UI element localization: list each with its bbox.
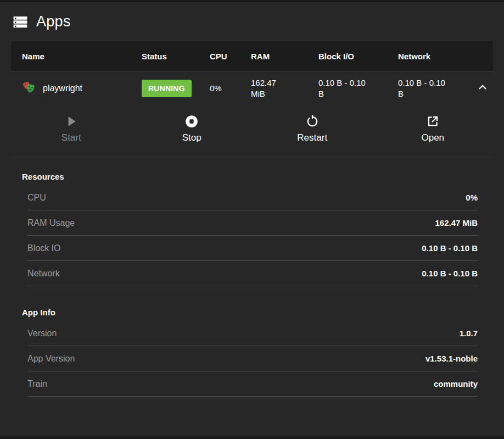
app-info-label: Version	[27, 329, 57, 338]
stop-button[interactable]: Stop	[132, 114, 253, 143]
resource-row-cpu: CPU 0%	[27, 185, 478, 210]
resource-label: RAM Usage	[27, 218, 75, 228]
app-info-row-app-version: App Version v1.53.1-noble	[27, 346, 478, 371]
column-header-cpu: CPU	[210, 52, 251, 61]
app-actions: Start Stop Restart	[11, 105, 493, 158]
play-icon	[64, 114, 79, 129]
resources-section: Resources CPU 0% RAM Usage 162.47 MiB Bl…	[0, 172, 504, 286]
open-button-label: Open	[421, 132, 444, 143]
resource-value: 0.10 B - 0.10 B	[422, 269, 478, 278]
stop-button-label: Stop	[182, 132, 201, 143]
page-title: Apps	[36, 13, 71, 30]
resource-value: 162.47 MiB	[435, 218, 478, 227]
top-edge	[0, 0, 504, 2]
app-ram-cell: 162.47 MiB	[251, 77, 285, 100]
section-divider	[12, 158, 492, 158]
column-header-blockio: Block I/O	[318, 52, 398, 61]
resource-label: CPU	[27, 193, 46, 203]
chevron-up-icon	[477, 86, 489, 95]
resource-row-ram: RAM Usage 162.47 MiB	[27, 210, 478, 236]
column-header-name: Name	[22, 52, 142, 61]
app-info-row-version: Version 1.0.7	[27, 321, 478, 346]
resource-value: 0.10 B - 0.10 B	[422, 243, 478, 253]
restart-button[interactable]: Restart	[252, 114, 373, 143]
open-in-new-icon	[425, 114, 440, 129]
start-button-label: Start	[61, 132, 81, 143]
app-info-row-train: Train community	[27, 371, 478, 397]
app-info-value: 1.0.7	[460, 329, 478, 338]
restart-icon	[305, 114, 320, 129]
column-header-ram: RAM	[251, 52, 318, 61]
collapse-row-button[interactable]	[477, 81, 496, 96]
stop-circle-icon	[184, 114, 199, 129]
open-button[interactable]: Open	[373, 114, 494, 143]
status-badge: RUNNING	[142, 80, 192, 98]
apps-table: Name Status CPU RAM Block I/O Network	[11, 41, 493, 158]
app-blockio-cell: 0.10 B - 0.10 B	[318, 77, 371, 100]
page-header: Apps	[0, 0, 504, 41]
column-header-status: Status	[142, 52, 210, 61]
app-info-heading: App Info	[22, 308, 504, 317]
resource-label: Network	[27, 269, 60, 279]
app-info-section: App Info Version 1.0.7 App Version v1.53…	[0, 308, 504, 397]
bottom-edge	[0, 436, 504, 439]
resource-label: Block IO	[27, 243, 60, 253]
app-info-value: v1.53.1-noble	[425, 354, 478, 363]
start-button[interactable]: Start	[11, 114, 132, 143]
app-row-playwright[interactable]: playwright RUNNING 0% 162.47 MiB 0.10 B …	[11, 71, 493, 105]
app-info-label: Train	[27, 379, 47, 389]
resource-value: 0%	[466, 193, 478, 202]
resources-heading: Resources	[22, 172, 504, 181]
app-info-value: community	[434, 379, 478, 388]
app-name: playwright	[43, 82, 82, 95]
resource-row-network: Network 0.10 B - 0.10 B	[27, 261, 478, 286]
playwright-masks-icon	[22, 80, 36, 97]
app-name-cell: playwright	[22, 80, 142, 97]
app-status-cell: RUNNING	[142, 80, 210, 98]
app-info-label: App Version	[27, 354, 75, 364]
column-header-network: Network	[398, 52, 477, 61]
apps-list-icon	[12, 14, 29, 30]
resource-row-blockio: Block IO 0.10 B - 0.10 B	[27, 236, 478, 261]
app-cpu-cell: 0%	[210, 83, 251, 94]
app-network-cell: 0.10 B - 0.10 B	[398, 77, 451, 100]
table-header-row: Name Status CPU RAM Block I/O Network	[11, 41, 493, 71]
apps-page: Apps Name Status CPU RAM Block I/O Netwo…	[0, 0, 504, 439]
restart-button-label: Restart	[297, 132, 327, 143]
